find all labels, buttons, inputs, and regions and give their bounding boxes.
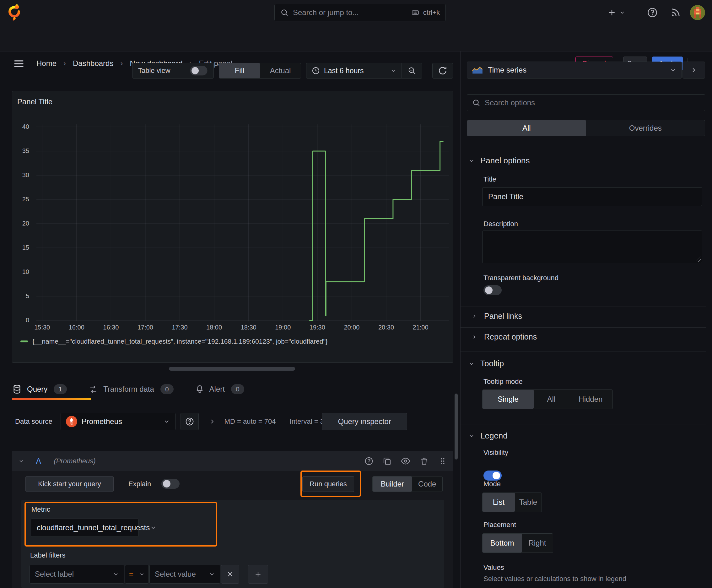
time-range-button[interactable]: Last 6 hours [306, 63, 402, 78]
help-button[interactable] [647, 7, 658, 18]
drag-handle-icon[interactable] [438, 456, 447, 466]
actual-option[interactable]: Actual [260, 63, 301, 78]
select-label-dropdown[interactable]: Select label [29, 565, 124, 584]
transparent-background-toggle[interactable] [483, 285, 502, 295]
breadcrumb-item-home[interactable]: Home [37, 59, 57, 68]
description-textarea[interactable] [482, 231, 702, 263]
avatar[interactable] [690, 5, 705, 20]
bell-icon [195, 384, 204, 394]
legend-series-label[interactable]: {__name__="cloudflared_tunnel_total_requ… [33, 338, 328, 345]
select-value-dropdown[interactable]: Select value [149, 565, 220, 584]
tooltip-mode-all[interactable]: All [534, 390, 568, 408]
legend-placement-bottom[interactable]: Bottom [482, 534, 522, 552]
tooltip-mode-hidden[interactable]: Hidden [569, 390, 612, 408]
datasource-picker[interactable]: Prometheus [61, 413, 175, 430]
repeat-options-header[interactable]: Repeat options [472, 332, 537, 341]
tab-transform[interactable]: Transform data 0 [88, 384, 174, 394]
options-search-box[interactable]: Search options [467, 94, 705, 111]
viz-type-select[interactable]: Time series [467, 62, 682, 79]
sidebar-divider [460, 51, 460, 588]
kick-start-button[interactable]: Kick start your query [25, 476, 114, 492]
collapse-sidebar-button[interactable] [683, 62, 705, 79]
legend-mode-table[interactable]: Table [515, 493, 542, 512]
search-icon [472, 99, 480, 107]
resize-grip-icon [696, 257, 701, 261]
global-search-box[interactable]: Search or jump to... ctrl+k [274, 4, 446, 21]
zoom-out-button[interactable] [402, 63, 422, 78]
chevron-down-icon [619, 9, 625, 16]
panel-resize-handle[interactable] [169, 367, 295, 371]
x-tick-label: 18:30 [241, 324, 257, 331]
legend-values-hint: Select values or calculations to show in… [483, 575, 626, 583]
tooltip-mode-single[interactable]: Single [482, 390, 534, 408]
run-queries-button[interactable]: Run queries [302, 476, 354, 492]
tab-overrides[interactable]: Overrides [586, 120, 705, 136]
table-view-toggle[interactable] [190, 66, 207, 76]
tab-alert[interactable]: Alert 0 [195, 384, 244, 394]
query-row-header[interactable]: A (Prometheus) [12, 451, 453, 471]
tab-alert-count: 0 [231, 384, 244, 394]
panel-options-header[interactable]: Panel options [468, 156, 530, 166]
operator-dropdown[interactable]: = [125, 565, 149, 584]
duplicate-query-icon[interactable] [382, 456, 392, 466]
legend-placement-right[interactable]: Right [522, 534, 553, 552]
tooltip-header[interactable]: Tooltip [468, 359, 504, 369]
builder-code-segmented: Builder Code [372, 476, 443, 492]
legend-visibility-toggle[interactable] [483, 470, 502, 481]
panel-options-heading: Panel options [480, 156, 530, 166]
code-option[interactable]: Code [412, 477, 442, 491]
editor-tabs: Query 1 Transform data 0 Alert 0 [12, 381, 244, 398]
chevron-down-icon [163, 418, 170, 425]
legend-mode-list[interactable]: List [482, 493, 515, 512]
y-tick-label: 0 [12, 317, 29, 324]
left-pane-scrollbar[interactable] [455, 394, 458, 460]
panel-links-header[interactable]: Panel links [472, 312, 522, 321]
time-range-label: Last 6 hours [324, 67, 390, 75]
stats-md: MD = auto = 704 [224, 417, 276, 426]
explain-toggle[interactable] [161, 479, 179, 489]
database-icon [12, 384, 22, 394]
expand-stats-icon[interactable] [209, 418, 216, 425]
tab-query[interactable]: Query 1 [12, 384, 67, 394]
panel-title-input[interactable] [482, 187, 702, 206]
legend-header[interactable]: Legend [468, 431, 508, 441]
time-picker: Last 6 hours [306, 63, 422, 79]
panel-links-label: Panel links [484, 312, 522, 321]
add-filter-button[interactable] [248, 565, 268, 584]
fill-option[interactable]: Fill [219, 63, 260, 78]
x-tick-label: 15:30 [34, 324, 50, 331]
new-menu-button[interactable] [607, 7, 625, 18]
menu-icon[interactable] [14, 60, 24, 68]
metric-select[interactable]: cloudflared_tunnel_total_requests [31, 519, 139, 537]
plot-area[interactable] [37, 124, 449, 321]
x-tick-label: 19:00 [275, 324, 291, 331]
table-view-label: Table view [138, 67, 170, 75]
query-inspector-button[interactable]: Query inspector [322, 413, 407, 430]
metric-label: Metric [31, 505, 50, 513]
breadcrumb-item-dashboards[interactable]: Dashboards [73, 59, 113, 68]
query-help-icon[interactable] [364, 456, 373, 466]
tab-all[interactable]: All [467, 120, 586, 136]
toggle-visibility-icon[interactable] [401, 456, 411, 466]
transform-icon [88, 384, 98, 394]
datasource-help-button[interactable] [180, 413, 199, 430]
delete-query-icon[interactable] [419, 456, 429, 466]
grafana-logo-icon[interactable] [7, 3, 21, 21]
nav-divider [638, 6, 638, 19]
chevron-down-icon [113, 571, 119, 577]
rss-icon[interactable] [670, 7, 681, 18]
builder-option[interactable]: Builder [373, 477, 412, 491]
refresh-button[interactable] [432, 63, 453, 79]
table-view-control: Table view [132, 63, 214, 79]
x-tick-label: 18:00 [206, 324, 222, 331]
visibility-label: Visibility [483, 448, 508, 457]
remove-filter-button[interactable] [221, 565, 239, 584]
chart-panel: Panel Title 0510152025303540 15:3016:001… [12, 91, 453, 363]
y-tick-label: 20 [12, 220, 29, 227]
query-editor-card: A (Prometheus) Kick start your query Exp [12, 451, 453, 588]
x-tick-label: 20:00 [344, 324, 360, 331]
options-search-placeholder: Search options [485, 98, 535, 107]
all-overrides-tabs: All Overrides [467, 120, 705, 136]
search-placeholder: Search or jump to... [293, 8, 411, 17]
panel-title[interactable]: Panel Title [17, 97, 52, 106]
